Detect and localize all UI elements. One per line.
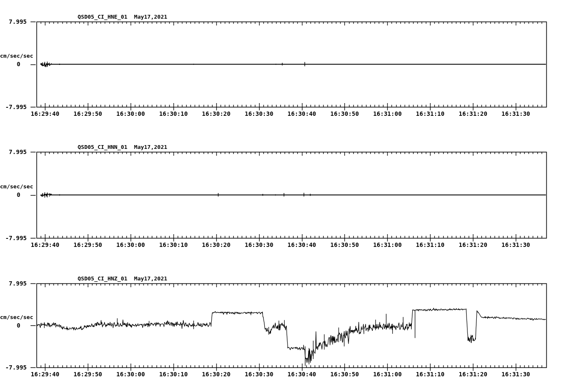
- x-tick-label: 16:31:10: [411, 242, 449, 248]
- seismogram-page: QSD05_CI_HNE_01 May17,2021 7.995 cm/sec/…: [0, 0, 576, 392]
- x-tick-label: 16:30:20: [197, 242, 235, 248]
- y-axis-zero-label: 0: [0, 322, 20, 329]
- waveform-canvas: [0, 0, 576, 392]
- chart-title: QSD05_CI_HNZ_01 May17,2021: [78, 275, 167, 282]
- x-tick-label: 16:30:00: [112, 371, 150, 378]
- x-tick-label: 16:30:30: [240, 111, 278, 117]
- y-axis-min-label: -7.995: [0, 104, 27, 110]
- x-tick-label: 16:31:10: [411, 371, 449, 378]
- x-tick-label: 16:30:50: [325, 111, 363, 117]
- y-axis-max-label: 7.995: [0, 149, 27, 155]
- x-tick-label: 16:31:30: [497, 371, 535, 378]
- y-axis-min-label: -7.995: [0, 364, 27, 371]
- x-tick-label: 16:29:50: [69, 242, 107, 248]
- x-tick-label: 16:30:30: [240, 242, 278, 248]
- x-tick-label: 16:30:00: [112, 242, 150, 248]
- x-tick-label: 16:31:20: [454, 111, 492, 117]
- x-tick-label: 16:29:40: [26, 242, 64, 248]
- x-tick-label: 16:31:20: [454, 242, 492, 248]
- x-tick-label: 16:30:40: [283, 371, 321, 378]
- y-axis-max-label: 7.995: [0, 280, 27, 287]
- x-tick-label: 16:31:10: [411, 111, 449, 117]
- y-axis-zero-label: 0: [0, 61, 20, 67]
- x-tick-label: 16:31:00: [368, 371, 406, 378]
- x-tick-label: 16:31:00: [368, 242, 406, 248]
- x-tick-label: 16:29:50: [69, 371, 107, 378]
- x-tick-label: 16:31:20: [454, 371, 492, 378]
- x-tick-label: 16:31:30: [497, 111, 535, 117]
- x-tick-label: 16:29:40: [26, 371, 64, 378]
- x-tick-label: 16:30:40: [283, 111, 321, 117]
- x-tick-label: 16:30:50: [325, 371, 363, 378]
- y-axis-min-label: -7.995: [0, 235, 27, 241]
- x-tick-label: 16:30:50: [325, 242, 363, 248]
- x-tick-label: 16:30:10: [154, 111, 193, 117]
- x-tick-label: 16:30:30: [240, 371, 278, 378]
- x-tick-label: 16:29:40: [26, 111, 64, 117]
- x-tick-label: 16:30:10: [154, 242, 193, 248]
- x-tick-label: 16:30:00: [112, 111, 150, 117]
- x-tick-label: 16:31:00: [368, 111, 406, 117]
- x-tick-label: 16:30:40: [283, 242, 321, 248]
- y-axis-zero-label: 0: [0, 192, 20, 198]
- x-tick-label: 16:30:20: [197, 111, 235, 117]
- x-tick-label: 16:29:50: [69, 111, 107, 117]
- x-tick-label: 16:30:20: [197, 371, 235, 378]
- y-axis-unit-label: cm/sec/sec: [0, 314, 33, 320]
- chart-title: QSD05_CI_HNE_01 May17,2021: [78, 14, 167, 20]
- chart-title: QSD05_CI_HNN_01 May17,2021: [78, 144, 167, 150]
- x-tick-label: 16:31:30: [497, 242, 535, 248]
- y-axis-unit-label: cm/sec/sec: [0, 53, 33, 59]
- x-tick-label: 16:30:10: [154, 371, 193, 378]
- y-axis-max-label: 7.995: [0, 19, 27, 25]
- y-axis-unit-label: cm/sec/sec: [0, 183, 33, 190]
